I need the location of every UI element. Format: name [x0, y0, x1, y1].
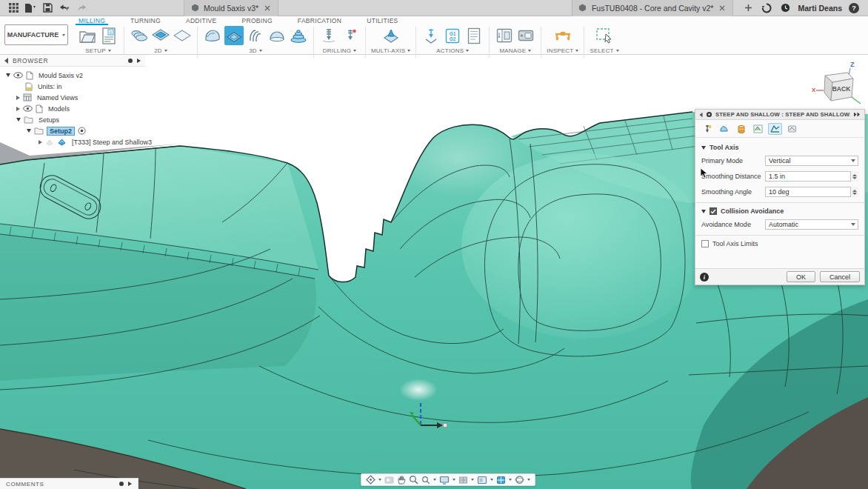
document-tab-background[interactable]: FusTUB0408 - Core and Cavity v2*	[572, 0, 734, 16]
primary-mode-select[interactable]: Vertical	[765, 156, 858, 166]
close-tab-icon[interactable]	[263, 4, 272, 13]
smoothing-angle-input[interactable]: 10 deg	[765, 187, 858, 197]
3d-morphed-spiral-icon[interactable]	[289, 26, 308, 45]
viewports-icon[interactable]	[477, 476, 487, 485]
tree-label[interactable]: Mould 5axis v2	[36, 72, 85, 79]
dialog-header[interactable]: STEEP AND SHALLOW : STEEP AND SHALLOW3	[695, 110, 864, 120]
chevron-right-icon[interactable]	[128, 482, 132, 486]
expand-icon[interactable]	[16, 118, 21, 122]
grid-display-icon[interactable]	[458, 476, 468, 485]
spinner-up-icon[interactable]	[852, 190, 857, 192]
section-collapse-icon[interactable]	[701, 210, 706, 213]
post-process-icon[interactable]: G1G2	[443, 26, 462, 45]
active-setup-radio-icon[interactable]	[78, 127, 86, 135]
zoom-window-icon[interactable]	[421, 476, 430, 485]
multi-axis-swarf-icon[interactable]	[381, 26, 401, 45]
tool-library-icon[interactable]	[495, 26, 514, 45]
expand-icon[interactable]	[16, 107, 20, 111]
tab-probing[interactable]: PROBING	[239, 16, 276, 25]
panel-handle-icon[interactable]	[119, 482, 124, 486]
undo-icon[interactable]	[59, 2, 70, 14]
tree-row-document[interactable]: Mould 5axis v2	[0, 70, 145, 81]
tree-label[interactable]: Units: in	[36, 83, 64, 90]
spinner-control[interactable]	[850, 171, 858, 182]
tree-row-models[interactable]: Models	[0, 103, 145, 114]
group-label[interactable]: MULTI-AXIS	[371, 47, 405, 54]
new-setup-icon[interactable]	[78, 26, 97, 45]
tree-row-operation[interactable]: [T333] Steep and Shallow3	[0, 136, 145, 147]
caret-down-icon[interactable]	[527, 479, 530, 481]
tab-passes-icon[interactable]	[751, 123, 765, 135]
setup-sheet-icon[interactable]: 6	[99, 26, 118, 45]
tree-label[interactable]: Models	[46, 105, 72, 113]
file-menu-icon[interactable]	[24, 2, 36, 14]
tree-row-setup2[interactable]: Setup2	[0, 125, 145, 136]
tab-milling[interactable]: MILLING	[76, 16, 108, 25]
job-status-clock-icon[interactable]	[779, 2, 791, 14]
setup-sheet-doc-icon[interactable]	[464, 26, 484, 45]
display-settings-icon[interactable]	[439, 476, 450, 485]
caliper-inspect-icon[interactable]	[553, 26, 572, 45]
comments-bar[interactable]: COMMENTS	[0, 478, 138, 489]
avoidance-mode-select[interactable]: Automatic	[765, 219, 858, 230]
tab-fabrication[interactable]: FABRICATION	[295, 16, 344, 25]
tool-axis-limits-checkbox[interactable]	[701, 240, 709, 247]
2d-adaptive-icon[interactable]	[130, 26, 149, 45]
save-icon[interactable]	[41, 2, 53, 14]
browser-header[interactable]: BROWSER	[0, 55, 145, 67]
group-label[interactable]: SETUP	[85, 47, 106, 54]
visibility-eye-icon[interactable]	[23, 105, 33, 112]
group-label[interactable]: DRILLING	[323, 47, 352, 54]
info-icon[interactable]: i	[700, 273, 709, 282]
group-label[interactable]: ACTIONS	[436, 47, 464, 54]
caret-down-icon[interactable]	[433, 479, 436, 481]
drill-icon[interactable]	[319, 26, 338, 45]
spinner-up-icon[interactable]	[852, 174, 857, 176]
spinner-down-icon[interactable]	[852, 177, 857, 179]
machine-library-icon[interactable]	[516, 26, 535, 45]
expand-icon[interactable]	[16, 96, 20, 100]
grid-snaps-icon[interactable]	[496, 476, 506, 485]
caret-down-icon[interactable]	[509, 479, 512, 481]
group-label[interactable]: SELECT	[590, 47, 613, 54]
expand-icon[interactable]	[39, 140, 42, 144]
document-tab-active[interactable]: Mould 5axis v3*	[184, 0, 278, 16]
caret-down-icon[interactable]	[490, 479, 493, 481]
collapse-panel-icon[interactable]	[4, 58, 8, 64]
orbit-icon[interactable]	[515, 475, 524, 485]
smoothing-distance-input[interactable]: 1.5 in	[765, 171, 858, 182]
tab-geometry-icon[interactable]	[717, 123, 731, 135]
pan-hand-icon[interactable]	[397, 475, 406, 485]
close-tab-icon[interactable]	[718, 4, 727, 13]
chevron-left-icon[interactable]	[700, 112, 703, 116]
sync-status-icon[interactable]	[761, 2, 772, 14]
tree-row-named-views[interactable]: Named Views	[0, 92, 145, 103]
new-tab-plus-icon[interactable]	[742, 2, 754, 14]
position-marker-icon[interactable]	[366, 475, 375, 485]
redo-icon[interactable]	[76, 2, 87, 14]
chevron-right-icon[interactable]	[137, 59, 141, 63]
viewcube-face-label[interactable]: BACK	[832, 85, 851, 93]
group-label[interactable]: MANAGE	[499, 47, 526, 54]
app-grid-icon[interactable]	[7, 2, 19, 14]
double-arrow-icon[interactable]	[853, 112, 861, 117]
3d-contour-icon[interactable]	[267, 26, 287, 45]
3d-spiral-icon[interactable]	[246, 26, 265, 45]
tab-linking-icon[interactable]	[785, 123, 799, 135]
section-collapse-icon[interactable]	[701, 146, 706, 150]
cancel-button[interactable]: Cancel	[820, 271, 860, 282]
3d-adaptive-icon[interactable]	[203, 26, 222, 45]
tool-axis-limits-row[interactable]: Tool Axis Limits	[701, 240, 858, 247]
tool-axis-section-header[interactable]: Tool Axis	[701, 144, 858, 151]
tree-label-selected[interactable]: Setup2	[47, 127, 75, 136]
tab-heights-icon[interactable]	[734, 123, 748, 135]
simulate-icon[interactable]	[421, 26, 441, 45]
ok-button[interactable]: OK	[787, 271, 815, 282]
tree-label[interactable]: Setups	[36, 116, 61, 124]
tab-utilities[interactable]: UTILITIES	[364, 16, 401, 25]
machine-home-icon[interactable]	[384, 476, 394, 484]
2d-face-icon[interactable]	[173, 26, 192, 45]
spinner-down-icon[interactable]	[852, 193, 857, 195]
select-box-icon[interactable]	[595, 26, 614, 45]
spinner-control[interactable]	[850, 187, 858, 197]
